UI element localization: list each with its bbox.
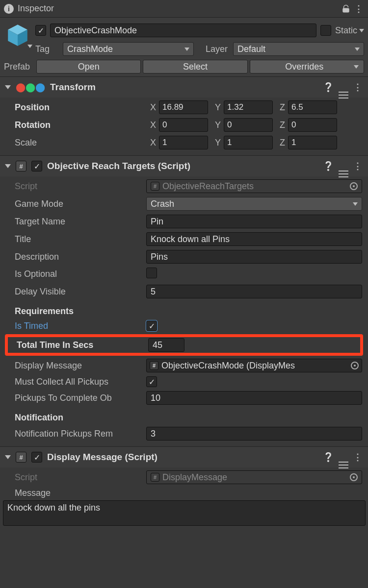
help-icon[interactable]: ❔ [323,82,334,93]
message-label: Message [6,488,143,498]
help-icon[interactable]: ❔ [323,452,334,463]
prefab-cube-icon[interactable] [4,22,31,49]
inspector-title: Inspector [18,3,54,14]
script-ref-icon: # [151,473,159,482]
script-field: # ObjectiveReachTargets [146,179,362,193]
transform-icon: ⬤⬤⬤ [16,82,45,93]
preset-icon[interactable] [339,161,348,172]
description-input[interactable] [146,250,362,264]
kebab-icon[interactable]: ⋮ [354,3,364,14]
message-textarea[interactable] [3,500,366,526]
isoptional-label: Is Optional [6,269,143,279]
tag-label: Tag [35,44,59,54]
displaymessage-ref[interactable]: # ObjectiveCrashMode (DisplayMes [146,359,362,372]
lock-icon[interactable] [342,4,350,13]
displaymessage-header[interactable]: # Display Message (Script) ❔ ⋮ [0,447,368,467]
gameobject-header: Static Tag CrashMode Layer Default Pre [0,18,368,76]
foldout-icon[interactable] [5,85,11,89]
script-field: # DisplayMessage [146,470,362,484]
foldout-icon[interactable] [5,455,11,459]
prefab-open-button[interactable]: Open [36,60,141,74]
foldout-icon[interactable] [5,164,11,168]
isoptional-checkbox[interactable] [146,268,157,278]
istimed-checkbox[interactable] [146,320,157,331]
rotation-y-input[interactable] [224,118,273,132]
rotation-x-input[interactable] [159,118,208,132]
context-menu-icon[interactable]: ⋮ [353,452,363,463]
mustcollect-label: Must Collect All Pickups [6,377,143,387]
static-label[interactable]: Static [335,25,364,36]
script-label: Script [6,472,143,483]
pickupcomplete-label: Pickups To Complete Ob [6,393,143,403]
position-y-input[interactable] [224,100,273,114]
tag-dropdown[interactable]: CrashMode [63,42,194,56]
displaymessage-label: Display Message [6,361,143,371]
notification-pickups-label: Notification Pickups Rem [6,429,143,439]
context-menu-icon[interactable]: ⋮ [353,82,363,93]
istimed-label: Is Timed [6,321,143,331]
prefab-label: Prefab [4,62,34,72]
object-picker-icon[interactable] [350,182,358,190]
help-icon[interactable]: ❔ [323,161,334,172]
preset-icon[interactable] [339,452,348,463]
transform-component: ⬤⬤⬤ Transform ❔ ⋮ Position X Y Z Rotatio… [0,76,368,155]
position-z-input[interactable] [288,100,337,114]
component-enable-checkbox[interactable] [31,161,42,172]
gameobject-name-input[interactable] [50,24,316,37]
script-ref-icon: # [151,182,159,191]
scale-z-input[interactable] [288,136,337,149]
delayvisible-label: Delay Visible [6,287,143,297]
script-ref-icon: # [150,361,158,370]
context-menu-icon[interactable]: ⋮ [353,161,363,172]
rotation-label: Rotation [6,120,143,130]
targetname-label: Target Name [6,217,143,227]
info-icon: i [4,4,14,14]
targetname-input[interactable] [146,215,362,228]
scale-y-input[interactable] [224,136,273,149]
object-picker-icon[interactable] [351,362,359,369]
component-enable-checkbox[interactable] [31,452,42,463]
objective-title: Objective Reach Targets (Script) [47,161,190,172]
notification-header: Notification [6,413,143,423]
position-x-input[interactable] [159,100,208,114]
scale-x-input[interactable] [159,136,208,149]
description-label: Description [6,252,143,262]
displaymessage-title: Display Message (Script) [47,452,158,463]
displaymessage-component: # Display Message (Script) ❔ ⋮ Script # … [0,446,368,533]
svg-rect-0 [343,8,349,12]
objective-component: # Objective Reach Targets (Script) ❔ ⋮ S… [0,155,368,446]
gameobject-active-checkbox[interactable] [35,25,46,36]
gamemode-label: Game Mode [6,199,143,209]
requirements-header: Requirements [6,306,143,317]
highlighted-field: Total Time In Secs [5,334,363,356]
position-label: Position [6,102,143,113]
layer-label: Layer [206,44,229,54]
notification-pickups-input[interactable] [146,427,362,441]
objective-header[interactable]: # Objective Reach Targets (Script) ❔ ⋮ [0,156,368,176]
prefab-select-button[interactable]: Select [143,60,247,74]
inspector-header: i Inspector ⋮ [0,0,368,18]
pickupcomplete-input[interactable] [146,391,362,405]
transform-header[interactable]: ⬤⬤⬤ Transform ❔ ⋮ [0,77,368,98]
transform-title: Transform [50,82,96,93]
script-label: Script [6,181,143,192]
prefab-overrides-dropdown[interactable]: Overrides [250,60,364,74]
rotation-z-input[interactable] [288,118,337,132]
title-input[interactable] [146,232,362,246]
object-picker-icon[interactable] [350,473,358,481]
script-icon: # [16,452,26,463]
script-icon: # [16,161,26,172]
layer-dropdown[interactable]: Default [233,42,364,56]
static-checkbox[interactable] [320,25,331,36]
gamemode-dropdown[interactable]: Crash [146,197,362,211]
mustcollect-checkbox[interactable] [146,376,157,387]
scale-label: Scale [6,138,143,148]
delayvisible-input[interactable] [146,285,362,298]
inspector-panel: i Inspector ⋮ [0,0,368,533]
totaltime-input[interactable] [148,338,184,352]
totaltime-label: Total Time In Secs [8,340,145,350]
title-label: Title [6,234,143,245]
preset-icon[interactable] [339,82,348,93]
